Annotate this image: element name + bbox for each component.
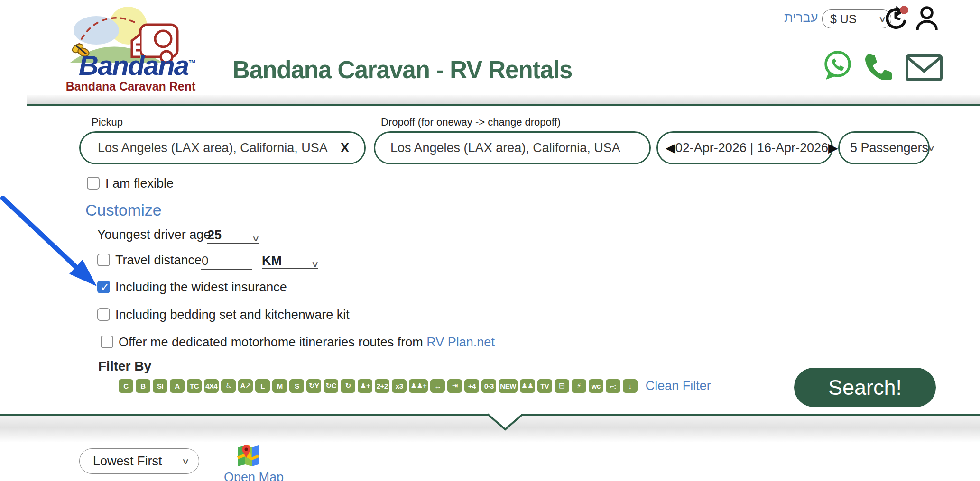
driver-age-select[interactable]: 25 ∨ <box>207 227 259 244</box>
one-way-icon[interactable]: ⇥ <box>447 379 462 393</box>
chevron-down-icon: ∨ <box>181 457 189 465</box>
seats-2plus2-icon[interactable]: 2+2 <box>375 379 389 393</box>
license-c-icon[interactable]: ↻C <box>324 379 338 393</box>
flexible-label: I am flexible <box>105 176 174 191</box>
rv-size-s-icon[interactable]: S <box>289 379 304 393</box>
travel-distance-checkbox[interactable] <box>97 254 110 266</box>
open-map-link[interactable]: Open Map <box>224 470 284 481</box>
header-divider-band <box>27 95 980 104</box>
offroad-4x4-icon[interactable]: 4X4 <box>204 379 219 393</box>
date-range-field[interactable]: ◀ 02-Apr-2026 | 16-Apr-2026 ▶ <box>656 131 833 164</box>
logo-brand-text[interactable]: Bandana™ <box>79 49 195 81</box>
pickup-input[interactable] <box>97 140 337 156</box>
user-profile-icon[interactable] <box>915 6 939 30</box>
passengers-plus-icon[interactable]: ♟♟+ <box>409 379 428 393</box>
pickup-field[interactable]: X <box>79 131 366 164</box>
clean-filter-link[interactable]: Clean Filter <box>646 379 711 393</box>
rv-size-m-icon[interactable]: M <box>272 379 287 393</box>
insurance-checkbox[interactable] <box>97 281 110 293</box>
rv-plan-link[interactable]: RV Plan.net <box>426 335 495 349</box>
distance-unit-select[interactable]: KM ∨ <box>262 252 318 269</box>
currency-value: $ US <box>830 12 857 26</box>
class-c-icon[interactable]: C <box>119 379 133 393</box>
language-link-hebrew[interactable]: עברית <box>784 10 818 25</box>
wc-icon[interactable]: wc <box>589 379 603 393</box>
map-icon[interactable] <box>236 444 260 468</box>
trademark-symbol: ™ <box>188 59 195 67</box>
sleeps-x3-icon[interactable]: x3 <box>392 379 407 393</box>
insurance-label: Including the widest insurance <box>115 280 287 295</box>
phone-icon[interactable] <box>864 53 892 80</box>
dropoff-input[interactable] <box>389 140 638 156</box>
truck-camper-icon[interactable]: TC <box>187 379 202 393</box>
currency-select[interactable]: $ US ∨ <box>822 9 891 28</box>
tv-icon[interactable]: TV <box>537 379 552 393</box>
date-range-value[interactable]: 02-Apr-2026 | 16-Apr-2026 <box>675 141 828 155</box>
extra-driver-icon[interactable]: ♟+ <box>358 379 372 393</box>
distance-unit-value: KM <box>262 254 282 268</box>
page: Bandana™ Bandana Caravan Rent Bandana Ca… <box>0 0 980 481</box>
passengers-select[interactable]: 5 Passengers ∨ <box>838 131 930 164</box>
license-y-icon[interactable]: ↻Y <box>306 379 321 393</box>
seats-plus4-icon[interactable]: +4 <box>464 379 479 393</box>
class-a-icon[interactable]: A <box>170 379 185 393</box>
chevron-down-icon: ∨ <box>927 144 935 152</box>
page-title: Bandana Caravan - RV Rentals <box>232 56 572 84</box>
wheelchair-accessible-icon[interactable]: ♿ <box>221 379 236 393</box>
passengers-value: 5 Passengers <box>850 141 928 155</box>
clear-pickup-button[interactable]: X <box>337 141 353 155</box>
class-b-icon[interactable]: B <box>136 379 150 393</box>
bedding-kit-label: Including bedding set and kitchenware ki… <box>115 308 350 322</box>
header-divider-line <box>27 104 980 106</box>
rv-size-l-icon[interactable]: L <box>255 379 270 393</box>
shower-icon[interactable]: ⌐: <box>606 379 620 393</box>
divider-notch-icon <box>474 411 536 434</box>
search-button[interactable]: Search! <box>794 368 936 407</box>
driver-age-value: 25 <box>207 228 222 243</box>
itineraries-checkbox[interactable] <box>101 336 113 348</box>
travel-distance-label: Travel distance <box>115 253 202 268</box>
flexible-checkbox[interactable] <box>87 177 100 190</box>
class-si-icon[interactable]: SI <box>153 379 167 393</box>
chevron-down-icon: ∨ <box>311 260 319 268</box>
bed-icon[interactable]: ⊟ <box>555 379 569 393</box>
bedding-kit-checkbox[interactable] <box>97 308 110 321</box>
chevron-down-icon: ∨ <box>251 235 259 243</box>
travel-distance-input[interactable] <box>201 253 252 270</box>
child-age-0-3-icon[interactable]: 0-3 <box>481 379 496 393</box>
filter-icons-row: CBSIATC4X4♿A↗LMS↻Y↻C↻♟+2+2x3♟♟+↔⇥+40-3NE… <box>119 378 711 393</box>
rv-down-icon[interactable]: ↓ <box>623 379 638 393</box>
filter-by-label: Filter By <box>98 359 151 374</box>
whatsapp-icon[interactable] <box>822 50 852 82</box>
pickup-label: Pickup <box>92 116 123 128</box>
customize-link[interactable]: Customize <box>85 201 162 219</box>
next-dates-icon[interactable]: ▶ <box>828 142 838 154</box>
sort-order-value: Lowest First <box>93 454 162 469</box>
email-icon[interactable] <box>905 54 943 82</box>
sort-order-select[interactable]: Lowest First ∨ <box>79 448 199 474</box>
steering-wheel-icon[interactable]: ↻ <box>341 379 355 393</box>
history-icon[interactable] <box>883 6 908 30</box>
logo-subtitle: Bandana Caravan Rent <box>65 80 196 93</box>
dropoff-label: Dropoff (for oneway -> change dropoff) <box>381 116 561 128</box>
previous-dates-icon[interactable]: ◀ <box>666 142 675 154</box>
vehicle-length-icon[interactable]: ↔ <box>430 379 445 393</box>
family-icon[interactable]: ♟♟ <box>520 379 535 393</box>
power-icon[interactable]: ⚡ <box>572 379 586 393</box>
automatic-transmission-icon[interactable]: A↗ <box>238 379 253 393</box>
new-vehicle-icon[interactable]: NEW <box>499 379 518 393</box>
driver-age-label: Youngest driver age <box>97 227 211 242</box>
itineraries-label: Offer me dedicated motorhome itineraries… <box>119 335 495 350</box>
dropoff-field[interactable] <box>374 131 651 164</box>
